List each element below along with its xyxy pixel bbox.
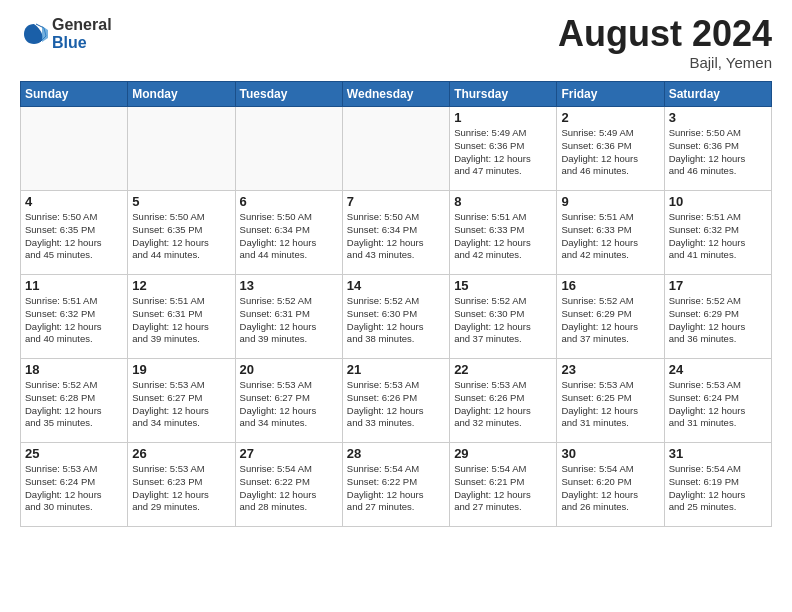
weekday-header-row: SundayMondayTuesdayWednesdayThursdayFrid…: [21, 82, 772, 107]
header: General Blue August 2024 Bajil, Yemen: [20, 16, 772, 71]
day-number: 26: [132, 446, 230, 461]
cell-info: Sunrise: 5:51 AM Sunset: 6:31 PM Dayligh…: [132, 295, 230, 346]
table-row: 20Sunrise: 5:53 AM Sunset: 6:27 PM Dayli…: [235, 359, 342, 443]
table-row: 21Sunrise: 5:53 AM Sunset: 6:26 PM Dayli…: [342, 359, 449, 443]
calendar-week-row: 18Sunrise: 5:52 AM Sunset: 6:28 PM Dayli…: [21, 359, 772, 443]
calendar-week-row: 25Sunrise: 5:53 AM Sunset: 6:24 PM Dayli…: [21, 443, 772, 527]
day-number: 27: [240, 446, 338, 461]
cell-info: Sunrise: 5:54 AM Sunset: 6:20 PM Dayligh…: [561, 463, 659, 514]
day-number: 16: [561, 278, 659, 293]
table-row: 6Sunrise: 5:50 AM Sunset: 6:34 PM Daylig…: [235, 191, 342, 275]
cell-info: Sunrise: 5:53 AM Sunset: 6:25 PM Dayligh…: [561, 379, 659, 430]
cell-info: Sunrise: 5:53 AM Sunset: 6:26 PM Dayligh…: [454, 379, 552, 430]
table-row: 28Sunrise: 5:54 AM Sunset: 6:22 PM Dayli…: [342, 443, 449, 527]
cell-info: Sunrise: 5:54 AM Sunset: 6:21 PM Dayligh…: [454, 463, 552, 514]
calendar-week-row: 4Sunrise: 5:50 AM Sunset: 6:35 PM Daylig…: [21, 191, 772, 275]
day-number: 12: [132, 278, 230, 293]
day-number: 17: [669, 278, 767, 293]
cell-info: Sunrise: 5:51 AM Sunset: 6:33 PM Dayligh…: [454, 211, 552, 262]
day-number: 23: [561, 362, 659, 377]
table-row: 1Sunrise: 5:49 AM Sunset: 6:36 PM Daylig…: [450, 107, 557, 191]
weekday-header: Thursday: [450, 82, 557, 107]
cell-info: Sunrise: 5:49 AM Sunset: 6:36 PM Dayligh…: [561, 127, 659, 178]
table-row: 2Sunrise: 5:49 AM Sunset: 6:36 PM Daylig…: [557, 107, 664, 191]
table-row: 23Sunrise: 5:53 AM Sunset: 6:25 PM Dayli…: [557, 359, 664, 443]
day-number: 5: [132, 194, 230, 209]
table-row: 22Sunrise: 5:53 AM Sunset: 6:26 PM Dayli…: [450, 359, 557, 443]
calendar-week-row: 1Sunrise: 5:49 AM Sunset: 6:36 PM Daylig…: [21, 107, 772, 191]
cell-info: Sunrise: 5:50 AM Sunset: 6:36 PM Dayligh…: [669, 127, 767, 178]
calendar: SundayMondayTuesdayWednesdayThursdayFrid…: [20, 81, 772, 527]
table-row: [21, 107, 128, 191]
table-row: 27Sunrise: 5:54 AM Sunset: 6:22 PM Dayli…: [235, 443, 342, 527]
cell-info: Sunrise: 5:53 AM Sunset: 6:27 PM Dayligh…: [132, 379, 230, 430]
table-row: [235, 107, 342, 191]
table-row: 5Sunrise: 5:50 AM Sunset: 6:35 PM Daylig…: [128, 191, 235, 275]
cell-info: Sunrise: 5:52 AM Sunset: 6:31 PM Dayligh…: [240, 295, 338, 346]
weekday-header: Sunday: [21, 82, 128, 107]
cell-info: Sunrise: 5:49 AM Sunset: 6:36 PM Dayligh…: [454, 127, 552, 178]
day-number: 30: [561, 446, 659, 461]
day-number: 18: [25, 362, 123, 377]
table-row: 3Sunrise: 5:50 AM Sunset: 6:36 PM Daylig…: [664, 107, 771, 191]
day-number: 9: [561, 194, 659, 209]
table-row: 15Sunrise: 5:52 AM Sunset: 6:30 PM Dayli…: [450, 275, 557, 359]
day-number: 20: [240, 362, 338, 377]
table-row: 7Sunrise: 5:50 AM Sunset: 6:34 PM Daylig…: [342, 191, 449, 275]
table-row: 10Sunrise: 5:51 AM Sunset: 6:32 PM Dayli…: [664, 191, 771, 275]
day-number: 22: [454, 362, 552, 377]
table-row: 25Sunrise: 5:53 AM Sunset: 6:24 PM Dayli…: [21, 443, 128, 527]
day-number: 13: [240, 278, 338, 293]
cell-info: Sunrise: 5:51 AM Sunset: 6:33 PM Dayligh…: [561, 211, 659, 262]
cell-info: Sunrise: 5:52 AM Sunset: 6:30 PM Dayligh…: [454, 295, 552, 346]
cell-info: Sunrise: 5:52 AM Sunset: 6:28 PM Dayligh…: [25, 379, 123, 430]
month-year: August 2024: [558, 16, 772, 52]
cell-info: Sunrise: 5:53 AM Sunset: 6:27 PM Dayligh…: [240, 379, 338, 430]
table-row: 19Sunrise: 5:53 AM Sunset: 6:27 PM Dayli…: [128, 359, 235, 443]
cell-info: Sunrise: 5:52 AM Sunset: 6:29 PM Dayligh…: [561, 295, 659, 346]
cell-info: Sunrise: 5:50 AM Sunset: 6:34 PM Dayligh…: [347, 211, 445, 262]
cell-info: Sunrise: 5:50 AM Sunset: 6:34 PM Dayligh…: [240, 211, 338, 262]
day-number: 31: [669, 446, 767, 461]
weekday-header: Wednesday: [342, 82, 449, 107]
day-number: 3: [669, 110, 767, 125]
logo-icon: [20, 20, 48, 48]
title-block: August 2024 Bajil, Yemen: [558, 16, 772, 71]
cell-info: Sunrise: 5:53 AM Sunset: 6:26 PM Dayligh…: [347, 379, 445, 430]
table-row: 18Sunrise: 5:52 AM Sunset: 6:28 PM Dayli…: [21, 359, 128, 443]
day-number: 25: [25, 446, 123, 461]
table-row: 17Sunrise: 5:52 AM Sunset: 6:29 PM Dayli…: [664, 275, 771, 359]
day-number: 19: [132, 362, 230, 377]
day-number: 7: [347, 194, 445, 209]
table-row: 31Sunrise: 5:54 AM Sunset: 6:19 PM Dayli…: [664, 443, 771, 527]
table-row: 13Sunrise: 5:52 AM Sunset: 6:31 PM Dayli…: [235, 275, 342, 359]
day-number: 8: [454, 194, 552, 209]
cell-info: Sunrise: 5:53 AM Sunset: 6:24 PM Dayligh…: [25, 463, 123, 514]
table-row: 4Sunrise: 5:50 AM Sunset: 6:35 PM Daylig…: [21, 191, 128, 275]
weekday-header: Saturday: [664, 82, 771, 107]
calendar-week-row: 11Sunrise: 5:51 AM Sunset: 6:32 PM Dayli…: [21, 275, 772, 359]
logo-text: General Blue: [52, 16, 112, 51]
page: General Blue August 2024 Bajil, Yemen Su…: [0, 0, 792, 537]
day-number: 29: [454, 446, 552, 461]
cell-info: Sunrise: 5:54 AM Sunset: 6:22 PM Dayligh…: [347, 463, 445, 514]
weekday-header: Monday: [128, 82, 235, 107]
cell-info: Sunrise: 5:51 AM Sunset: 6:32 PM Dayligh…: [25, 295, 123, 346]
day-number: 15: [454, 278, 552, 293]
day-number: 4: [25, 194, 123, 209]
cell-info: Sunrise: 5:54 AM Sunset: 6:19 PM Dayligh…: [669, 463, 767, 514]
day-number: 10: [669, 194, 767, 209]
table-row: 30Sunrise: 5:54 AM Sunset: 6:20 PM Dayli…: [557, 443, 664, 527]
table-row: 14Sunrise: 5:52 AM Sunset: 6:30 PM Dayli…: [342, 275, 449, 359]
day-number: 24: [669, 362, 767, 377]
cell-info: Sunrise: 5:53 AM Sunset: 6:24 PM Dayligh…: [669, 379, 767, 430]
cell-info: Sunrise: 5:50 AM Sunset: 6:35 PM Dayligh…: [25, 211, 123, 262]
table-row: [128, 107, 235, 191]
cell-info: Sunrise: 5:51 AM Sunset: 6:32 PM Dayligh…: [669, 211, 767, 262]
table-row: 9Sunrise: 5:51 AM Sunset: 6:33 PM Daylig…: [557, 191, 664, 275]
cell-info: Sunrise: 5:50 AM Sunset: 6:35 PM Dayligh…: [132, 211, 230, 262]
day-number: 11: [25, 278, 123, 293]
table-row: 26Sunrise: 5:53 AM Sunset: 6:23 PM Dayli…: [128, 443, 235, 527]
cell-info: Sunrise: 5:52 AM Sunset: 6:29 PM Dayligh…: [669, 295, 767, 346]
day-number: 21: [347, 362, 445, 377]
